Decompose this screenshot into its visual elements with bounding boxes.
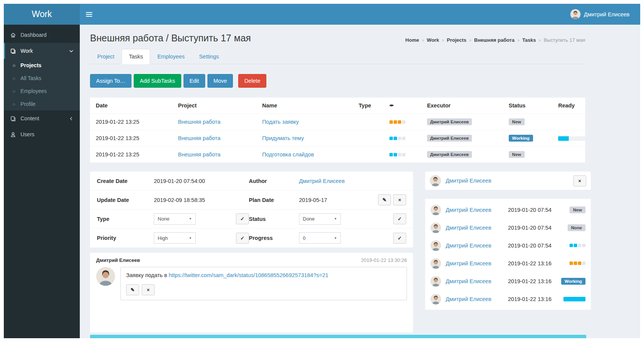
history-avatar <box>430 276 441 287</box>
add-subtasks-button[interactable]: Add SubTasks <box>134 74 181 88</box>
col-header-priority: ✒ <box>386 98 423 114</box>
task-actions-toolbar: Assign To… Add SubTasks Edit Move Delete <box>90 74 585 88</box>
history-user-link[interactable]: Дмитрий Елисеев <box>446 225 503 231</box>
table-row: 2019-01-22 13:25 Внешняя работа Подготов… <box>90 147 585 163</box>
history-row: Дмитрий Елисеев 2019-01-22 13:16 <box>425 254 591 272</box>
home-icon <box>9 32 16 38</box>
tab-tasks[interactable]: Tasks <box>122 49 150 64</box>
breadcrumb-tasks[interactable]: Tasks <box>522 37 536 43</box>
history-user-link[interactable]: Дмитрий Елисеев <box>446 243 503 249</box>
sidebar-item-projects[interactable]: ○ Projects <box>4 59 80 72</box>
sidebar-toggle-button[interactable] <box>80 4 98 25</box>
sidebar-item-all-tasks[interactable]: ○ All Tasks <box>4 72 80 85</box>
author-link[interactable]: Дмитрий Елисеев <box>299 178 345 184</box>
sidebar-item-content[interactable]: Content <box>4 110 80 126</box>
priority-select[interactable]: High▼ <box>154 232 196 244</box>
history-avatar <box>430 205 441 215</box>
history-status-badge: None <box>568 224 585 231</box>
tab-project[interactable]: Project <box>90 49 122 64</box>
user-menu[interactable]: Дмитрий Елисеев <box>560 4 640 25</box>
detail-label: Progress <box>249 235 299 241</box>
history-user-link[interactable]: Дмитрий Елисеев <box>446 278 503 284</box>
status-apply-button[interactable]: ✓ <box>393 213 406 224</box>
history-time: 2019-01-20 07:54 <box>508 207 557 213</box>
user-name: Дмитрий Елисеев <box>584 11 630 17</box>
history-user-link[interactable]: Дмитрий Елисеев <box>446 296 503 302</box>
check-icon: ✓ <box>398 216 402 222</box>
history-user-link[interactable]: Дмитрий Елисеев <box>446 260 503 266</box>
files-icon <box>9 116 16 121</box>
app-window: Work Дмитрий Елисеев Dashboard <box>4 4 640 338</box>
detail-label: Status <box>249 216 299 222</box>
priority-apply-button[interactable]: ✓ <box>236 233 249 244</box>
status-select[interactable]: Done▼ <box>299 213 341 225</box>
assign-to-button[interactable]: Assign To… <box>90 74 131 88</box>
task-type <box>355 147 386 163</box>
sidebar-item-label: Content <box>21 115 39 121</box>
page-title: Внешняя работа / Выступить 17 мая <box>90 33 251 44</box>
breadcrumb-work[interactable]: Work <box>427 37 439 43</box>
delete-button[interactable]: Delete <box>238 74 266 88</box>
sidebar-item-employees[interactable]: ○ Employees <box>4 85 80 98</box>
assignee-remove-button[interactable]: × <box>573 175 586 186</box>
breadcrumb-project[interactable]: Внешняя работа <box>474 37 514 43</box>
plan-date-edit-button[interactable]: ✎ <box>378 194 391 205</box>
type-select[interactable]: None▼ <box>154 213 196 225</box>
history-avatar <box>430 222 441 233</box>
history-priority-squares <box>570 262 585 265</box>
task-name-link[interactable]: Подготовка слайдов <box>262 151 314 158</box>
sidebar-work-group: Work ○ Projects ○ All Tasks ○ <box>4 43 80 110</box>
subtasks-table: Date Project Name Type ✒ Executor Status… <box>90 98 585 162</box>
circle-icon: ○ <box>13 63 16 68</box>
task-project-link[interactable]: Внешняя работа <box>178 135 221 141</box>
sidebar-item-profile[interactable]: ○ Profile <box>4 98 80 110</box>
app-logo[interactable]: Work <box>4 4 80 25</box>
close-icon: × <box>578 178 581 184</box>
progress-select-value: 0 <box>303 235 305 241</box>
task-name-link[interactable]: Придумать тему <box>262 135 304 141</box>
update-date-value: 2019-02-09 18:58:35 <box>154 197 249 203</box>
priority-squares <box>389 120 405 124</box>
comment-delete-button[interactable]: × <box>142 284 155 295</box>
tab-employees[interactable]: Employees <box>150 49 192 64</box>
move-button[interactable]: Move <box>207 74 233 88</box>
comment-link[interactable]: https://twitter.com/sam_dark/status/1086… <box>169 272 328 278</box>
close-icon: × <box>147 287 150 293</box>
sidebar-item-users[interactable]: Users <box>4 126 80 142</box>
breadcrumb-separator: > <box>517 38 519 43</box>
progress-apply-button[interactable]: ✓ <box>393 233 406 244</box>
detail-label: Priority <box>97 235 154 241</box>
pencil-icon: ✎ <box>383 197 387 203</box>
status-badge: Working <box>509 135 533 142</box>
sidebar-item-label: Dashboard <box>21 32 47 38</box>
table-header-row: Date Project Name Type ✒ Executor Status… <box>90 98 585 114</box>
breadcrumb-separator: > <box>442 38 444 43</box>
assignee-link[interactable]: Дмитрий Елисеев <box>446 178 491 184</box>
breadcrumb-separator: > <box>539 38 541 43</box>
col-header-ready: Ready <box>554 98 585 114</box>
table-row: 2019-01-22 13:25 Внешняя работа Придумат… <box>90 130 585 147</box>
comment-edit-button[interactable]: ✎ <box>126 284 139 295</box>
detail-label: Type <box>97 216 154 222</box>
task-date: 2019-01-22 13:25 <box>90 130 174 147</box>
task-type <box>355 130 386 147</box>
type-apply-button[interactable]: ✓ <box>236 213 249 224</box>
edit-button[interactable]: Edit <box>184 74 205 88</box>
plan-date-remove-button[interactable]: × <box>393 194 406 205</box>
pencil-icon: ✎ <box>131 287 135 293</box>
tab-settings[interactable]: Settings <box>192 49 226 64</box>
task-name-link[interactable]: Подать заявку <box>262 119 299 125</box>
task-project-link[interactable]: Внешняя работа <box>178 119 221 125</box>
select-arrow-icon: ▼ <box>334 236 337 240</box>
sidebar-item-work[interactable]: Work <box>4 43 80 59</box>
history-row: Дмитрий Елисеев 2019-01-20 07:54 New <box>425 201 591 219</box>
progress-select[interactable]: 0▼ <box>299 232 341 244</box>
sidebar-item-dashboard[interactable]: Dashboard <box>4 27 80 43</box>
task-date: 2019-01-22 13:25 <box>90 114 174 130</box>
breadcrumb-projects[interactable]: Projects <box>447 37 466 43</box>
history-progress-bar <box>563 297 585 301</box>
task-project-link[interactable]: Внешняя работа <box>178 151 221 158</box>
history-user-link[interactable]: Дмитрий Елисеев <box>446 207 503 213</box>
col-header-project: Project <box>174 98 259 114</box>
breadcrumb-home[interactable]: Home <box>405 37 419 43</box>
